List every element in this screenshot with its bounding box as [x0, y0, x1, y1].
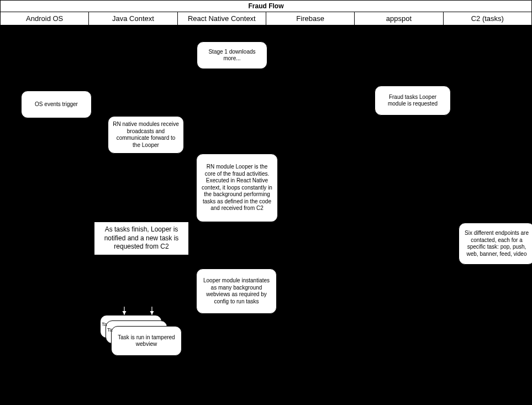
diagram-canvas: Fraud Flow Android OS Java Context React…	[0, 0, 532, 405]
lane-reactnative: React Native Context	[178, 12, 266, 25]
lane-android: Android OS	[1, 12, 89, 25]
diagram-title: Fraud Flow	[1, 1, 531, 12]
node-tampered-webview: Task is run in tampered webview	[111, 326, 182, 356]
stack-label-b: Ta	[107, 327, 113, 333]
note-tasks-finish: As tasks finish, Looper is notified and …	[94, 222, 189, 255]
node-looper-webviews: Looper module instantiates as many backg…	[196, 269, 277, 314]
node-six-endpoints: Six different endpoints are contacted, e…	[459, 223, 532, 265]
node-stage1: Stage 1 downloads more...	[197, 41, 267, 69]
lane-c2: C2 (tasks)	[444, 12, 531, 25]
stack-label-a: Ta	[102, 322, 107, 327]
node-rn-broadcast: RN native modules receive broadcasts and…	[108, 116, 184, 154]
node-looper-core: RN module Looper is the core of the frau…	[196, 154, 278, 222]
lane-java: Java Context	[89, 12, 177, 25]
node-os-events: OS events trigger	[21, 91, 92, 118]
lane-firebase: Firebase	[266, 12, 355, 25]
lane-row: Android OS Java Context React Native Con…	[1, 12, 531, 25]
node-fraud-tasks-request: Fraud tasks Looper module is requested	[375, 86, 451, 115]
swimlane-header: Fraud Flow Android OS Java Context React…	[0, 0, 532, 25]
lane-appspot: appspot	[355, 12, 443, 25]
